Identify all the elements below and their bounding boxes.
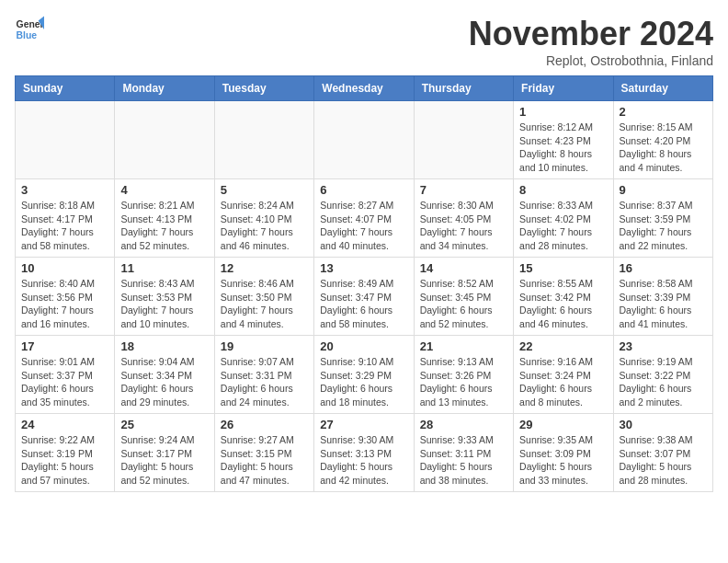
day-number: 18: [120, 339, 208, 353]
calendar-cell: 3Sunrise: 8:18 AM Sunset: 4:17 PM Daylig…: [16, 179, 115, 258]
day-number: 1: [519, 105, 607, 119]
header-day-tuesday: Tuesday: [214, 76, 313, 101]
day-number: 21: [420, 339, 507, 353]
calendar-cell: 30Sunrise: 9:38 AM Sunset: 3:07 PM Dayli…: [613, 414, 712, 492]
day-info: Sunrise: 8:33 AM Sunset: 4:02 PM Dayligh…: [519, 199, 607, 253]
calendar-table: SundayMondayTuesdayWednesdayThursdayFrid…: [15, 75, 713, 492]
day-info: Sunrise: 8:40 AM Sunset: 3:56 PM Dayligh…: [21, 277, 108, 331]
day-info: Sunrise: 9:01 AM Sunset: 3:37 PM Dayligh…: [21, 355, 108, 409]
day-number: 25: [120, 418, 208, 431]
logo-icon: General Blue: [15, 15, 44, 44]
day-info: Sunrise: 9:22 AM Sunset: 3:19 PM Dayligh…: [21, 433, 108, 488]
day-number: 8: [519, 183, 607, 197]
calendar-cell: 18Sunrise: 9:04 AM Sunset: 3:34 PM Dayli…: [115, 336, 214, 414]
header-day-monday: Monday: [115, 76, 214, 101]
header-day-friday: Friday: [514, 76, 613, 101]
calendar-cell: 19Sunrise: 9:07 AM Sunset: 3:31 PM Dayli…: [214, 336, 313, 414]
day-info: Sunrise: 8:46 AM Sunset: 3:50 PM Dayligh…: [221, 277, 308, 331]
day-number: 17: [21, 339, 108, 353]
day-info: Sunrise: 9:35 AM Sunset: 3:09 PM Dayligh…: [519, 433, 607, 488]
header-day-wednesday: Wednesday: [314, 76, 414, 101]
calendar-cell: 6Sunrise: 8:27 AM Sunset: 4:07 PM Daylig…: [314, 179, 414, 258]
day-info: Sunrise: 9:19 AM Sunset: 3:22 PM Dayligh…: [620, 355, 707, 409]
day-number: 3: [21, 183, 108, 197]
calendar-cell: 28Sunrise: 9:33 AM Sunset: 3:11 PM Dayli…: [414, 414, 513, 492]
calendar-cell: 7Sunrise: 8:30 AM Sunset: 4:05 PM Daylig…: [414, 179, 513, 258]
day-info: Sunrise: 9:04 AM Sunset: 3:34 PM Dayligh…: [120, 355, 208, 409]
day-number: 11: [120, 261, 208, 275]
svg-text:Blue: Blue: [17, 30, 38, 40]
calendar-cell: 27Sunrise: 9:30 AM Sunset: 3:13 PM Dayli…: [314, 414, 414, 492]
calendar-cell: [414, 101, 513, 179]
week-row-4: 17Sunrise: 9:01 AM Sunset: 3:37 PM Dayli…: [16, 336, 713, 414]
calendar-cell: [214, 101, 313, 179]
calendar-cell: 22Sunrise: 9:16 AM Sunset: 3:24 PM Dayli…: [514, 336, 613, 414]
calendar-cell: 15Sunrise: 8:55 AM Sunset: 3:42 PM Dayli…: [514, 258, 613, 336]
calendar-cell: 8Sunrise: 8:33 AM Sunset: 4:02 PM Daylig…: [514, 179, 613, 258]
header-day-sunday: Sunday: [16, 76, 115, 101]
day-number: 14: [420, 261, 507, 275]
header-day-thursday: Thursday: [414, 76, 513, 101]
day-number: 12: [221, 261, 308, 275]
day-info: Sunrise: 8:58 AM Sunset: 3:39 PM Dayligh…: [620, 277, 707, 331]
day-number: 7: [420, 183, 507, 197]
calendar-cell: 26Sunrise: 9:27 AM Sunset: 3:15 PM Dayli…: [214, 414, 313, 492]
calendar-cell: 2Sunrise: 8:15 AM Sunset: 4:20 PM Daylig…: [613, 101, 712, 179]
week-row-5: 24Sunrise: 9:22 AM Sunset: 3:19 PM Dayli…: [16, 414, 713, 492]
calendar-cell: [314, 101, 414, 179]
calendar-cell: [16, 101, 115, 179]
day-info: Sunrise: 9:30 AM Sunset: 3:13 PM Dayligh…: [320, 433, 407, 488]
day-info: Sunrise: 9:10 AM Sunset: 3:29 PM Dayligh…: [320, 355, 407, 409]
day-number: 29: [519, 418, 607, 431]
day-number: 9: [620, 183, 707, 197]
day-number: 2: [620, 105, 707, 119]
day-number: 23: [620, 339, 707, 353]
day-number: 19: [221, 339, 308, 353]
day-info: Sunrise: 8:30 AM Sunset: 4:05 PM Dayligh…: [420, 199, 507, 253]
calendar-cell: 17Sunrise: 9:01 AM Sunset: 3:37 PM Dayli…: [16, 336, 115, 414]
calendar-cell: 11Sunrise: 8:43 AM Sunset: 3:53 PM Dayli…: [115, 258, 214, 336]
day-number: 13: [320, 261, 407, 275]
day-info: Sunrise: 9:07 AM Sunset: 3:31 PM Dayligh…: [221, 355, 308, 409]
calendar-cell: 14Sunrise: 8:52 AM Sunset: 3:45 PM Dayli…: [414, 258, 513, 336]
day-number: 10: [21, 261, 108, 275]
logo: General Blue: [15, 15, 44, 44]
month-title: November 2024: [469, 15, 713, 53]
calendar-cell: 23Sunrise: 9:19 AM Sunset: 3:22 PM Dayli…: [613, 336, 712, 414]
day-number: 26: [221, 418, 308, 431]
calendar-cell: 5Sunrise: 8:24 AM Sunset: 4:10 PM Daylig…: [214, 179, 313, 258]
calendar-cell: 24Sunrise: 9:22 AM Sunset: 3:19 PM Dayli…: [16, 414, 115, 492]
day-number: 24: [21, 418, 108, 431]
week-row-1: 1Sunrise: 8:12 AM Sunset: 4:23 PM Daylig…: [16, 101, 713, 179]
calendar-cell: 25Sunrise: 9:24 AM Sunset: 3:17 PM Dayli…: [115, 414, 214, 492]
header-day-saturday: Saturday: [613, 76, 712, 101]
calendar-cell: 1Sunrise: 8:12 AM Sunset: 4:23 PM Daylig…: [514, 101, 613, 179]
day-info: Sunrise: 9:33 AM Sunset: 3:11 PM Dayligh…: [420, 433, 507, 488]
location-subtitle: Replot, Ostrobothnia, Finland: [469, 53, 713, 68]
calendar-cell: 16Sunrise: 8:58 AM Sunset: 3:39 PM Dayli…: [613, 258, 712, 336]
day-info: Sunrise: 9:13 AM Sunset: 3:26 PM Dayligh…: [420, 355, 507, 409]
calendar-cell: 20Sunrise: 9:10 AM Sunset: 3:29 PM Dayli…: [314, 336, 414, 414]
title-block: November 2024 Replot, Ostrobothnia, Finl…: [469, 15, 713, 68]
day-info: Sunrise: 9:38 AM Sunset: 3:07 PM Dayligh…: [620, 433, 707, 488]
week-row-2: 3Sunrise: 8:18 AM Sunset: 4:17 PM Daylig…: [16, 179, 713, 258]
day-info: Sunrise: 9:24 AM Sunset: 3:17 PM Dayligh…: [120, 433, 208, 488]
day-info: Sunrise: 8:55 AM Sunset: 3:42 PM Dayligh…: [519, 277, 607, 331]
day-number: 22: [519, 339, 607, 353]
day-info: Sunrise: 9:27 AM Sunset: 3:15 PM Dayligh…: [221, 433, 308, 488]
calendar-cell: 21Sunrise: 9:13 AM Sunset: 3:26 PM Dayli…: [414, 336, 513, 414]
day-number: 28: [420, 418, 507, 431]
day-info: Sunrise: 9:16 AM Sunset: 3:24 PM Dayligh…: [519, 355, 607, 409]
calendar-cell: 29Sunrise: 9:35 AM Sunset: 3:09 PM Dayli…: [514, 414, 613, 492]
calendar-cell: 12Sunrise: 8:46 AM Sunset: 3:50 PM Dayli…: [214, 258, 313, 336]
day-number: 6: [320, 183, 407, 197]
week-row-3: 10Sunrise: 8:40 AM Sunset: 3:56 PM Dayli…: [16, 258, 713, 336]
day-info: Sunrise: 8:12 AM Sunset: 4:23 PM Dayligh…: [519, 121, 607, 175]
day-info: Sunrise: 8:43 AM Sunset: 3:53 PM Dayligh…: [120, 277, 208, 331]
day-info: Sunrise: 8:21 AM Sunset: 4:13 PM Dayligh…: [120, 199, 208, 253]
calendar-cell: 10Sunrise: 8:40 AM Sunset: 3:56 PM Dayli…: [16, 258, 115, 336]
day-info: Sunrise: 8:49 AM Sunset: 3:47 PM Dayligh…: [320, 277, 407, 331]
calendar-cell: 9Sunrise: 8:37 AM Sunset: 3:59 PM Daylig…: [613, 179, 712, 258]
calendar-cell: 13Sunrise: 8:49 AM Sunset: 3:47 PM Dayli…: [314, 258, 414, 336]
day-info: Sunrise: 8:24 AM Sunset: 4:10 PM Dayligh…: [221, 199, 308, 253]
